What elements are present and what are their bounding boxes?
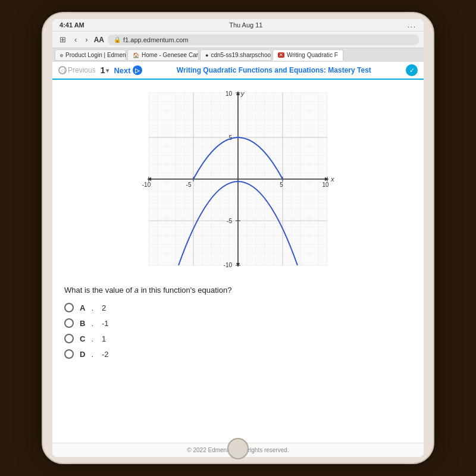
chevron-down-icon: ▾ [106,67,109,74]
svg-text:-10: -10 [224,262,233,268]
choice-d[interactable]: D. -2 [64,349,412,359]
status-time: 4:41 AM [60,21,84,29]
status-date: Thu Aug 11 [229,21,262,29]
question-number: 1 ▾ [101,65,109,75]
choice-b-label: B [80,319,85,328]
svg-text:10: 10 [322,181,329,188]
graph-container: x y -5 5 -10 10 5 -5 10 -10 [131,87,345,277]
tab-label-1: Product Login | Edment... [65,52,126,58]
next-label: Next [114,66,130,75]
question-text: What is the value of a in this function'… [64,286,412,295]
radio-c[interactable] [64,334,74,343]
choice-a[interactable]: A. 2 [64,303,412,312]
question-text-after: in this function's equation? [139,286,231,295]
choice-d-value: -2 [102,350,109,359]
radio-a[interactable] [64,303,74,312]
svg-text:-10: -10 [142,181,151,188]
url-bar[interactable]: 🔒 f1.app.edmentum.com [108,35,419,45]
back-button[interactable]: ‹ [72,34,79,45]
next-arrow-icon: ▷ [133,65,142,75]
home-button[interactable] [227,438,249,459]
radio-b[interactable] [64,318,74,328]
status-dots: ... [408,21,416,29]
choice-a-label: A [80,303,85,312]
browser-tabs: e Product Login | Edment... 🏠 Home - Gen… [52,48,424,62]
choice-c[interactable]: C. 1 [64,334,412,343]
tab-close-icon[interactable]: ✕ [278,52,284,58]
choice-b[interactable]: B. -1 [64,318,412,328]
forward-button[interactable]: › [83,34,90,45]
choice-b-value: -1 [102,319,109,328]
page-title-text: Writing Quadratic Functions and Equation… [177,66,326,74]
svg-text:x: x [330,176,334,183]
browser-toolbar: ⊞ ‹ › AA 🔒 f1.app.edmentum.com [52,32,424,48]
radio-d[interactable] [64,349,74,359]
content-area: x y -5 5 -10 10 5 -5 10 -10 [52,80,424,443]
choice-c-value: 1 [102,334,106,343]
graph-svg: x y -5 5 -10 10 5 -5 10 -10 [131,87,345,277]
tab-icon-1: e [60,52,63,58]
tab-writing-quadratic[interactable]: ✕ Writing Quadratic F [273,49,343,61]
question-variable: a [134,286,139,295]
choice-c-label: C [80,334,85,343]
prev-circle: ◁ [58,66,67,74]
choice-a-value: 2 [102,303,106,312]
lock-icon: 🔒 [114,36,121,43]
page-title-colored: Mastery Test [328,66,371,74]
url-text: f1.app.edmentum.com [123,36,188,43]
tablet: 4:41 AM Thu Aug 11 ... ⊞ ‹ › AA 🔒 f1.app… [42,12,434,464]
tab-label-3: cdn5-ss19.sharpschool... [211,52,271,58]
previous-button[interactable]: ◁ Previous [58,66,96,74]
next-button[interactable]: Next ▷ [114,65,142,75]
tab-cdn[interactable]: ● cdn5-ss19.sharpschool... [200,49,271,61]
svg-text:10: 10 [226,90,233,97]
tab-icon-3: ● [205,52,208,58]
sidebar-toggle-button[interactable]: ⊞ [57,34,68,45]
answer-choices: A. 2 B. -1 C. 1 D. -2 [64,303,412,359]
aa-label[interactable]: AA [94,36,104,44]
page-title: Writing Quadratic Functions and Equation… [147,66,401,74]
browser-window: 4:41 AM Thu Aug 11 ... ⊞ ‹ › AA 🔒 f1.app… [52,19,424,457]
tab-home[interactable]: 🏠 Home - Genesee Caree... [127,49,199,61]
page-nav: ◁ Previous 1 ▾ Next ▷ Writing Quadratic … [52,62,424,80]
tab-icon-2: 🏠 [133,52,139,58]
svg-text:5: 5 [280,181,283,188]
check-icon: ✓ [406,64,418,76]
question-text-before: What is the value of [64,286,134,295]
question-num-value: 1 [101,65,105,75]
tab-label-4: Writing Quadratic F [287,52,338,58]
status-bar: 4:41 AM Thu Aug 11 ... [52,19,424,32]
svg-text:-5: -5 [186,181,192,188]
prev-label: Previous [68,66,96,74]
choice-d-label: D [80,350,85,359]
svg-text:-5: -5 [227,218,232,224]
tab-product-login[interactable]: e Product Login | Edment... [55,49,126,61]
tab-label-2: Home - Genesee Caree... [142,52,199,58]
